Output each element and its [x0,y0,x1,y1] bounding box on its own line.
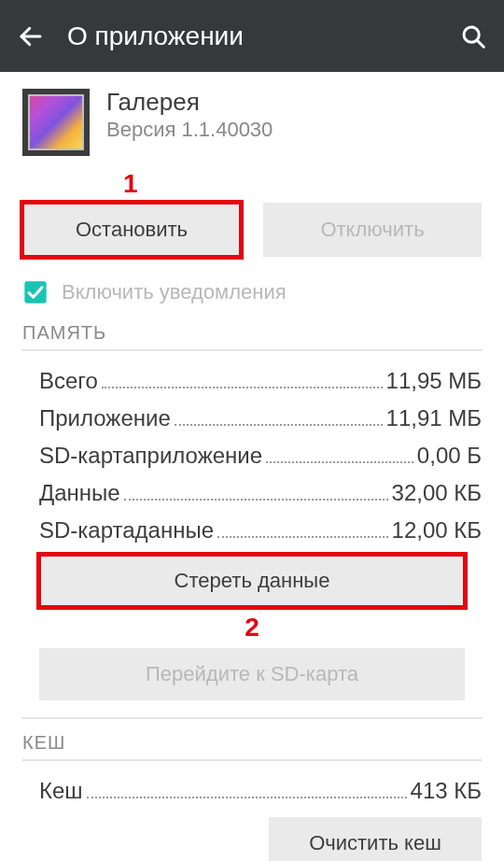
memory-label: Данные [39,480,120,506]
notifications-row[interactable]: Включить уведомления [22,275,482,322]
app-header-row: Галерея Версия 1.1.40030 [22,89,482,156]
memory-value: 32,00 КБ [392,480,482,506]
search-icon[interactable] [459,22,487,50]
memory-label: SD-картаданные [39,517,214,543]
clear-data-button[interactable]: Стереть данные [39,555,465,607]
app-version: Версия 1.1.40030 [106,118,273,142]
app-icon [22,89,90,156]
memory-row: Данные 32,00 КБ [22,480,482,506]
section-cache-title: КЕШ [22,732,482,761]
app-bar: О приложении [0,0,504,72]
notifications-label: Включить уведомления [62,280,287,304]
memory-row: SD-картаданные 12,00 КБ [22,517,482,543]
memory-value: 0,00 Б [417,443,482,469]
memory-row: SD-картаприложение 0,00 Б [22,443,482,469]
memory-value: 12,00 КБ [392,517,482,543]
cache-row: Кеш 413 КБ [22,778,482,804]
checkbox-checked-icon[interactable] [22,279,49,305]
move-to-sd-button[interactable]: Перейдите к SD-карта [39,648,465,700]
memory-value: 11,91 МБ [386,405,482,431]
memory-value: 11,95 МБ [386,368,482,394]
svg-line-2 [477,40,483,47]
disable-button[interactable]: Отключить [263,203,482,257]
page-title: О приложении [67,21,459,51]
memory-label: Всего [39,368,98,394]
force-stop-button[interactable]: Остановить [22,203,241,257]
cache-label: Кеш [39,778,83,804]
annotation-1: 1 [123,169,482,199]
annotation-2: 2 [22,613,482,642]
memory-row: Всего 11,95 МБ [22,368,482,394]
section-memory-title: ПАМЯТЬ [22,322,482,351]
divider [22,717,482,719]
clear-cache-button[interactable]: Очистить кеш [269,817,482,861]
app-name: Галерея [106,89,273,116]
memory-label: Приложение [39,405,171,431]
back-icon[interactable] [17,22,45,50]
memory-label: SD-картаприложение [39,443,262,469]
memory-row: Приложение 11,91 МБ [22,405,482,431]
cache-value: 413 КБ [411,778,482,804]
